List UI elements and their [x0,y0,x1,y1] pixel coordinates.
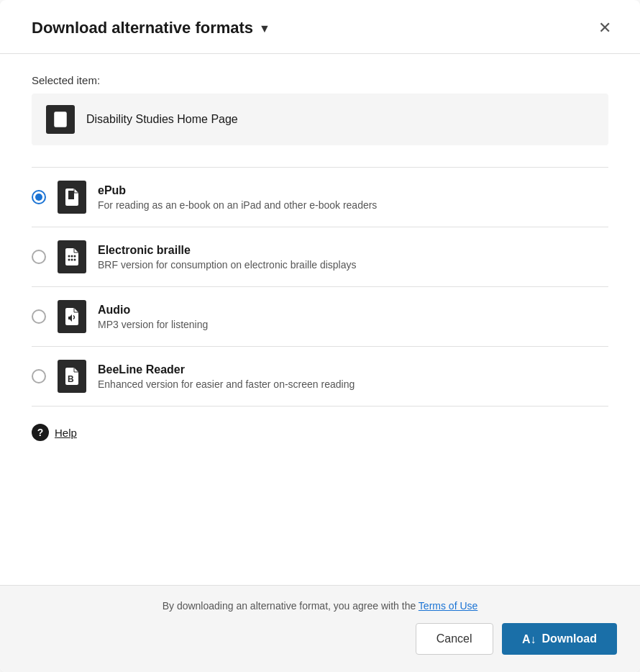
download-button[interactable]: A↓ Download [502,623,617,655]
svg-point-11 [71,259,73,261]
close-button[interactable]: ✕ [593,17,617,39]
help-circle-icon: ? [32,424,49,441]
audio-format-info: AudioMP3 version for listening [98,304,208,330]
selected-item-name: Disability Studies Home Page [86,113,238,126]
download-dialog: Download alternative formats ▼ ✕ Selecte… [0,0,640,672]
svg-point-10 [68,259,70,261]
format-list: ePubFor reading as an e-book on an iPad … [32,167,608,407]
format-item-beeline[interactable]: B BeeLine ReaderEnhanced version for eas… [32,347,608,407]
download-icon: A↓ [522,632,536,646]
dialog-footer: By downloading an alternative format, yo… [0,585,640,672]
help-section: ? Help [32,424,608,441]
radio-audio[interactable] [32,309,46,324]
format-item-audio[interactable]: AudioMP3 version for listening [32,287,608,347]
audio-format-icon [58,300,86,333]
footer-terms: By downloading an alternative format, yo… [23,600,617,612]
doc-svg [52,111,69,128]
dialog-title-area: Download alternative formats ▼ [32,19,270,37]
radio-beeline[interactable] [32,369,46,383]
svg-point-9 [74,255,76,258]
radio-epub[interactable] [32,190,46,204]
download-label: Download [542,632,597,645]
terms-link[interactable]: Terms of Use [419,600,477,612]
beeline-format-info: BeeLine ReaderEnhanced version for easie… [98,363,355,390]
braille-format-icon [58,240,86,273]
svg-rect-2 [57,116,64,117]
braille-format-info: Electronic brailleBRF version for consum… [98,244,357,271]
braille-format-name: Electronic braille [98,244,357,257]
selected-item-label: Selected item: [32,74,608,86]
chevron-down-icon: ▼ [259,22,270,35]
terms-prefix: By downloading an alternative format, yo… [163,600,416,612]
audio-format-name: Audio [98,304,208,317]
selected-item-box: Disability Studies Home Page [32,94,608,145]
braille-format-desc: BRF version for consumption on electroni… [98,259,357,271]
svg-point-8 [71,255,73,258]
audio-format-desc: MP3 version for listening [98,319,208,330]
beeline-format-icon: B [58,360,86,393]
epub-format-info: ePubFor reading as an e-book on an iPad … [98,184,377,211]
epub-format-name: ePub [98,184,377,197]
svg-rect-4 [57,122,61,123]
cancel-button[interactable]: Cancel [416,623,493,655]
radio-braille[interactable] [32,250,46,264]
svg-point-7 [68,255,70,258]
dialog-body: Selected item: Disability Studies Home P… [0,54,640,585]
selected-item-icon [46,105,75,134]
beeline-format-name: BeeLine Reader [98,363,355,376]
footer-actions: Cancel A↓ Download [23,623,617,655]
beeline-format-desc: Enhanced version for easier and faster o… [98,378,355,390]
help-link[interactable]: Help [55,427,77,439]
svg-rect-3 [57,119,64,120]
format-item-braille[interactable]: Electronic brailleBRF version for consum… [32,227,608,287]
svg-text:B: B [68,374,74,384]
format-item-epub[interactable]: ePubFor reading as an e-book on an iPad … [32,167,608,227]
epub-format-icon [58,181,86,214]
svg-text:A↓: A↓ [522,633,536,645]
svg-point-12 [74,259,76,261]
dialog-header: Download alternative formats ▼ ✕ [0,0,640,54]
epub-format-desc: For reading as an e-book on an iPad and … [98,199,377,211]
dialog-title: Download alternative formats [32,19,253,37]
